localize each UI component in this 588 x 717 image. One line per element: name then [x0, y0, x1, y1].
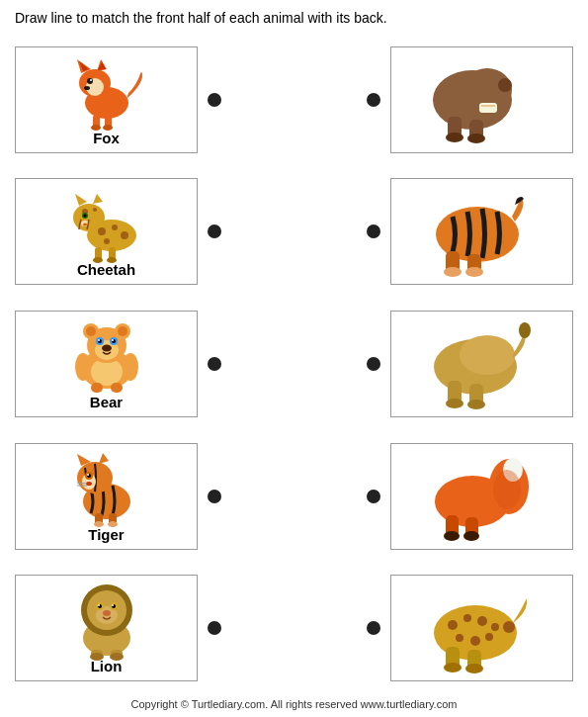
back-box-bear-back [390, 46, 573, 153]
dot-cheetah-left [208, 224, 221, 238]
svg-point-60 [102, 345, 112, 352]
svg-point-113 [463, 614, 471, 622]
svg-rect-63 [91, 383, 103, 393]
svg-point-112 [448, 620, 458, 630]
svg-point-25 [112, 224, 118, 230]
dot-cheetah-right [367, 224, 380, 238]
svg-point-105 [112, 604, 114, 606]
svg-point-102 [98, 604, 100, 606]
svg-point-106 [103, 610, 111, 616]
svg-point-123 [503, 621, 515, 633]
dot-lion-left [208, 621, 221, 635]
svg-point-8 [90, 79, 92, 81]
svg-rect-64 [111, 383, 123, 393]
matching-area: Fox [15, 34, 573, 694]
instruction: Draw line to match the front half of eac… [15, 10, 573, 26]
svg-point-115 [491, 623, 499, 631]
svg-point-26 [121, 231, 128, 239]
dot-bear-left [208, 357, 221, 371]
cheetah-front-img [47, 185, 166, 259]
svg-point-118 [485, 633, 493, 641]
svg-point-61 [75, 353, 91, 381]
left-cheetah: Cheetah [15, 178, 221, 285]
svg-point-66 [460, 335, 515, 375]
svg-point-117 [470, 636, 480, 646]
left-tiger: Tiger [15, 443, 221, 550]
cheetah-label: Cheetah [77, 261, 135, 278]
animal-box-cheetah: Cheetah [15, 178, 198, 285]
lion-label: Lion [91, 658, 123, 674]
svg-marker-32 [93, 194, 103, 204]
svg-point-30 [93, 208, 97, 212]
dot-lion-right [367, 621, 380, 635]
svg-point-90 [444, 531, 460, 541]
dot-bear-right [367, 357, 380, 371]
svg-point-69 [446, 399, 463, 408]
svg-point-50 [86, 326, 96, 336]
svg-point-114 [477, 616, 487, 626]
svg-point-59 [112, 339, 114, 341]
row-cheetah: Cheetah [15, 176, 573, 287]
animal-box-bear: Bear [15, 311, 198, 417]
right-cheetah [367, 178, 573, 285]
svg-point-9 [84, 86, 90, 90]
svg-point-91 [463, 531, 479, 541]
back-box-tiger-back [390, 178, 573, 285]
svg-point-56 [98, 339, 100, 341]
svg-point-70 [467, 400, 485, 409]
row-lion: Lion [15, 573, 573, 683]
row-tiger: Tiger [15, 441, 573, 552]
svg-rect-21 [481, 105, 495, 107]
tiger-front-img [47, 450, 166, 524]
svg-point-121 [444, 663, 462, 672]
right-bear [367, 311, 573, 417]
footer: Copyright © Turtlediary.com. All rights … [15, 694, 573, 712]
svg-rect-20 [479, 103, 497, 113]
svg-point-79 [87, 474, 89, 476]
dot-tiger-right [367, 490, 380, 503]
back-box-fox-back [390, 443, 573, 550]
svg-point-94 [493, 470, 521, 509]
fox-front-img [47, 53, 166, 128]
svg-point-52 [118, 326, 127, 336]
svg-point-44 [444, 267, 462, 277]
svg-point-34 [83, 214, 86, 217]
fox-label: Fox [93, 130, 120, 146]
bear-front-img [47, 317, 166, 392]
svg-point-18 [446, 133, 463, 142]
svg-point-7 [87, 78, 93, 84]
left-bear: Bear [15, 311, 221, 417]
tiger-label: Tiger [88, 526, 124, 543]
svg-marker-75 [99, 453, 109, 464]
svg-point-19 [467, 134, 485, 143]
svg-point-122 [465, 664, 483, 673]
dot-fox-right [367, 93, 380, 107]
lion-front-img [47, 582, 166, 656]
animal-box-lion: Lion [15, 575, 198, 681]
left-lion: Lion [15, 575, 221, 681]
svg-marker-31 [75, 194, 87, 206]
svg-point-62 [123, 353, 138, 381]
right-lion [367, 575, 573, 681]
right-tiger [367, 443, 573, 550]
svg-point-45 [465, 267, 483, 277]
back-box-cheetah-back [390, 575, 573, 681]
svg-point-24 [98, 227, 106, 235]
bear-label: Bear [90, 394, 123, 410]
page: Draw line to match the front half of eac… [0, 0, 588, 717]
row-bear: Bear [15, 309, 573, 419]
animal-box-tiger: Tiger [15, 443, 198, 550]
row-fox: Fox [15, 45, 573, 155]
svg-point-71 [519, 322, 531, 338]
dot-tiger-left [208, 490, 221, 503]
animal-box-fox: Fox [15, 46, 198, 153]
svg-point-27 [104, 238, 110, 244]
svg-point-36 [83, 223, 87, 225]
svg-point-22 [498, 78, 512, 92]
left-fox: Fox [15, 46, 221, 153]
svg-point-28 [73, 204, 105, 231]
right-fox [367, 46, 573, 153]
svg-point-116 [456, 634, 463, 642]
back-box-lion-back [390, 311, 573, 417]
dot-fox-left [208, 93, 221, 107]
